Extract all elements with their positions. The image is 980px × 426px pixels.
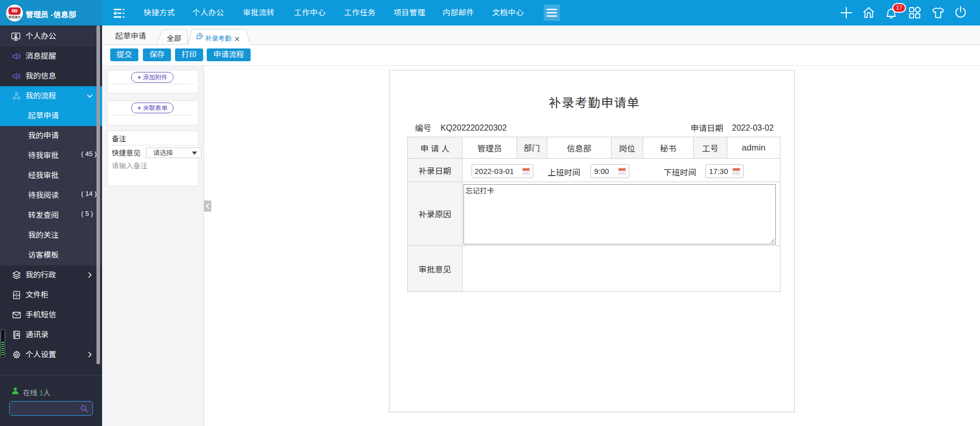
svg-text:∞: ∞: [11, 6, 17, 15]
svg-text:华天动力: 华天动力: [8, 15, 20, 19]
